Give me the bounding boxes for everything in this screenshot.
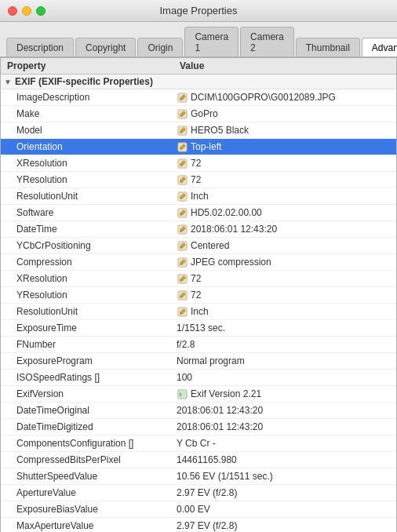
table-row[interactable]: Make GoPro <box>1 106 396 122</box>
cell-property: ExifVersion <box>1 387 173 401</box>
cell-value-text: 2018:06:01 12:43:20 <box>177 405 263 416</box>
cell-value-text: 72 <box>191 273 201 284</box>
close-button[interactable] <box>8 6 17 16</box>
cell-property: ResolutionUnit <box>1 189 173 203</box>
traffic-lights <box>8 6 46 16</box>
cell-value: 72 <box>173 156 204 170</box>
cell-property: YCbCrPositioning <box>1 239 173 253</box>
table-row[interactable]: ExifVersion E Exif Version 2.21 <box>1 386 396 403</box>
table-row[interactable]: Compression JPEG compression <box>1 254 396 271</box>
cell-property: Orientation <box>1 140 173 154</box>
table-row[interactable]: YCbCrPositioning Centered <box>1 238 396 254</box>
cell-property: Software <box>1 206 173 220</box>
table-body[interactable]: ▼ EXIF (EXIF-specific Properties) ImageD… <box>1 75 396 532</box>
edit-icon: E <box>177 388 188 399</box>
cell-property: ImageDescription <box>1 90 173 104</box>
cell-value: Inch <box>173 189 212 203</box>
header-value: Value <box>180 60 204 71</box>
cell-value: 2018:06:01 12:43:20 <box>173 222 280 236</box>
table-row[interactable]: Software HD5.02.02.00.00 <box>1 205 396 221</box>
tab-camera-1[interactable]: Camera 1 <box>184 27 239 56</box>
table-row[interactable]: ISOSpeedRatings []100 <box>1 370 396 386</box>
cell-value-text: Centered <box>191 240 229 251</box>
table-row[interactable]: DateTime 2018:06:01 12:43:20 <box>1 221 396 238</box>
cell-property: CompressedBitsPerPixel <box>1 453 173 467</box>
table-row[interactable]: DateTimeOriginal2018:06:01 12:43:20 <box>1 403 396 419</box>
table-row[interactable]: CompressedBitsPerPixel14461165.980 <box>1 452 396 468</box>
table-header: Property Value <box>1 58 396 75</box>
cell-value-text: Top-left <box>191 141 221 152</box>
cell-value-text: 100 <box>177 372 192 383</box>
table-row[interactable]: ImageDescription DCIM\100GOPRO\G0012089.… <box>1 89 396 106</box>
cell-value: GoPro <box>173 107 221 121</box>
cell-property: YResolution <box>1 288 173 302</box>
table-row[interactable]: ResolutionUnit Inch <box>1 188 396 205</box>
tab-description[interactable]: Description <box>6 38 74 56</box>
edit-icon <box>177 141 188 152</box>
tab-camera-2[interactable]: Camera 2 <box>240 27 294 56</box>
cell-value-text: 2.97 EV (f/2.8) <box>177 520 237 531</box>
table-row[interactable]: XResolution 72 <box>1 271 396 287</box>
cell-value: 100 <box>173 370 195 384</box>
cell-value-text: HD5.02.02.00.00 <box>191 207 262 218</box>
cell-value: 2.97 EV (f/2.8) <box>173 486 240 500</box>
table-row[interactable]: ExposureProgramNormal program <box>1 353 396 370</box>
cell-value: 1/1513 sec. <box>173 321 228 335</box>
cell-value: 0.00 EV <box>173 502 213 516</box>
cell-value: f/2.8 <box>173 337 198 352</box>
tab-thumbnail[interactable]: Thumbnail <box>296 38 360 56</box>
edit-icon <box>177 174 188 185</box>
cell-value: Y Cb Cr - <box>173 436 219 450</box>
cell-value: 72 <box>173 173 204 187</box>
table-row[interactable]: ResolutionUnit Inch <box>1 304 396 320</box>
table-row[interactable]: YResolution 72 <box>1 172 396 188</box>
table-row[interactable]: Model HERO5 Black <box>1 122 396 139</box>
cell-property: ExposureBiasValue <box>1 502 173 516</box>
cell-property: ExposureTime <box>1 321 173 335</box>
cell-value: HERO5 Black <box>173 123 252 137</box>
cell-value-text: DCIM\100GOPRO\G0012089.JPG <box>191 92 336 103</box>
minimize-button[interactable] <box>22 6 31 16</box>
tabs-bar: DescriptionCopyrightOriginCamera 1Camera… <box>0 22 397 57</box>
cell-value: Top-left <box>173 140 224 154</box>
cell-value: 14461165.980 <box>173 453 240 467</box>
table-row[interactable]: ComponentsConfiguration []Y Cb Cr - <box>1 435 396 452</box>
cell-value-text: 1/1513 sec. <box>177 322 225 333</box>
cell-property: XResolution <box>1 271 173 286</box>
cell-property: Model <box>1 123 173 137</box>
table-row[interactable]: FNumberf/2.8 <box>1 337 396 353</box>
table-row[interactable]: XResolution 72 <box>1 155 396 172</box>
table-row[interactable]: ExposureBiasValue0.00 EV <box>1 501 396 518</box>
cell-value: 72 <box>173 271 204 286</box>
edit-icon <box>177 273 188 284</box>
tab-copyright[interactable]: Copyright <box>75 38 136 56</box>
table-row[interactable]: DateTimeDigitized2018:06:01 12:43:20 <box>1 419 396 435</box>
tab-advanced[interactable]: Advanced <box>362 38 397 56</box>
title-bar: Image Properties <box>0 0 397 22</box>
edit-icon <box>177 125 188 136</box>
tab-origin[interactable]: Origin <box>137 38 183 56</box>
edit-icon <box>177 207 188 218</box>
table-row[interactable]: MaxApertureValue2.97 EV (f/2.8) <box>1 518 396 532</box>
cell-value-text: Inch <box>191 306 209 317</box>
edit-icon <box>177 306 188 317</box>
table-row[interactable]: ShutterSpeedValue10.56 EV (1/1511 sec.) <box>1 468 396 485</box>
table-row[interactable]: ExposureTime1/1513 sec. <box>1 320 396 337</box>
window-title: Image Properties <box>160 5 238 16</box>
cell-property: ApertureValue <box>1 486 173 500</box>
section-header-exif[interactable]: ▼ EXIF (EXIF-specific Properties) <box>1 75 396 89</box>
cell-property: Make <box>1 107 173 121</box>
table-row[interactable]: ApertureValue2.97 EV (f/2.8) <box>1 485 396 501</box>
table-row[interactable]: YResolution 72 <box>1 287 396 304</box>
cell-property: DateTimeOriginal <box>1 403 173 417</box>
cell-value-text: 72 <box>191 290 201 301</box>
edit-icon <box>177 191 188 202</box>
edit-icon <box>177 224 188 235</box>
maximize-button[interactable] <box>36 6 46 16</box>
edit-icon <box>177 158 188 169</box>
table-row[interactable]: Orientation Top-left <box>1 139 396 155</box>
cell-property: ResolutionUnit <box>1 304 173 319</box>
cell-property: ExposureProgram <box>1 354 173 368</box>
cell-value: JPEG compression <box>173 255 275 269</box>
cell-property: ISOSpeedRatings [] <box>1 370 173 384</box>
